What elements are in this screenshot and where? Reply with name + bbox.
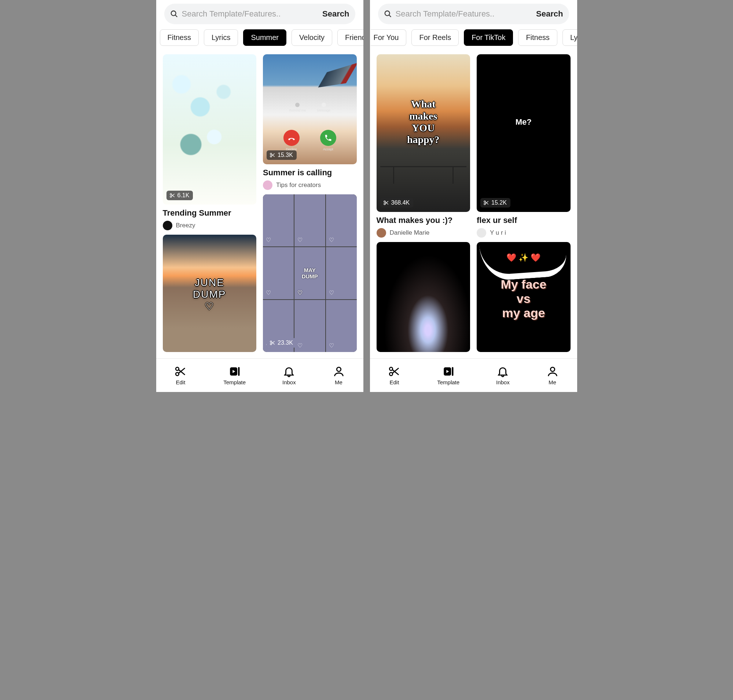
overlay-text: MAY DUMP: [302, 267, 318, 279]
nav-template[interactable]: Template: [437, 365, 459, 385]
scissors-icon: [483, 200, 489, 206]
chip-friends[interactable]: Friends: [337, 29, 364, 46]
nav-label: Template: [437, 379, 459, 385]
nav-label: Edit: [176, 379, 185, 385]
heart-icon: ♡: [266, 237, 271, 244]
template-thumbnail[interactable]: ❤️ ✨ ❤️ My face vs my age: [477, 242, 571, 352]
overlay-text: What makes YOU happy?: [377, 98, 471, 146]
nav-label: Template: [223, 379, 246, 385]
template-thumbnail[interactable]: 6.1K: [163, 54, 257, 204]
avatar: [377, 228, 386, 238]
template-title: Trending Summer: [163, 208, 257, 218]
category-chips[interactable]: Fitness Lyrics Summer Velocity Friends: [156, 28, 364, 51]
template-feed[interactable]: 6.1K Trending Summer Breezy JUNE DUMP♡: [156, 51, 364, 358]
hearts-emoji: ❤️ ✨ ❤️: [477, 253, 571, 263]
nav-edit[interactable]: Edit: [388, 365, 400, 385]
chip-fitness[interactable]: Fitness: [160, 29, 199, 46]
search-input[interactable]: [182, 9, 318, 19]
nav-inbox[interactable]: Inbox: [496, 365, 510, 385]
author-row[interactable]: Y u r i: [477, 228, 571, 238]
search-bar[interactable]: Search: [378, 4, 569, 24]
avatar: [263, 180, 272, 190]
heart-icon: ♡: [266, 289, 271, 296]
template-icon: [228, 365, 241, 378]
decline-icon: [283, 130, 300, 146]
author-row[interactable]: Tips for creators: [263, 180, 357, 190]
nav-label: Edit: [389, 379, 399, 385]
heart-icon: ♡: [329, 342, 334, 349]
overlay-text: Me?: [477, 117, 571, 126]
author-row[interactable]: Breezy: [163, 221, 257, 230]
nav-me[interactable]: Me: [333, 365, 345, 385]
search-icon: [384, 10, 392, 18]
template-card[interactable]: ♡ ♡ ♡ ♡ MAY DUMP♡ ♡ ♡ ♡ ♡ 23.3K: [263, 194, 357, 352]
template-thumbnail[interactable]: Me? 15.2K: [477, 54, 571, 212]
screen-right: Search For You For Reels For TikTok Fitn…: [370, 0, 577, 392]
template-card[interactable]: 6.1K Trending Summer Breezy: [163, 54, 257, 230]
template-title: What makes you :)?: [377, 216, 471, 225]
call-top-row: Remind me Message: [263, 103, 357, 112]
call-overlay: Decline Accept: [263, 130, 357, 151]
template-card[interactable]: What makes YOU happy? 368.4K What makes …: [377, 54, 471, 238]
heart-icon: ♡: [297, 237, 303, 244]
category-chips[interactable]: For You For Reels For TikTok Fitness Lyr…: [370, 28, 577, 51]
nav-template[interactable]: Template: [223, 365, 246, 385]
heart-icon: ♡: [297, 289, 303, 296]
search-button[interactable]: Search: [322, 9, 349, 19]
chip-lyrics[interactable]: Lyrics: [204, 29, 238, 46]
author-name: Tips for creators: [276, 181, 321, 189]
nav-inbox[interactable]: Inbox: [283, 365, 296, 385]
template-thumbnail[interactable]: ♡ ♡ ♡ ♡ MAY DUMP♡ ♡ ♡ ♡ ♡ 23.3K: [263, 194, 357, 352]
scissors-icon: [169, 193, 175, 199]
svg-line-1: [175, 15, 177, 17]
template-icon: [442, 365, 455, 378]
heart-icon: ♡: [297, 342, 303, 349]
chip-for-you[interactable]: For You: [371, 29, 407, 46]
template-card[interactable]: JUNE DUMP♡: [163, 235, 257, 352]
chip-summer[interactable]: Summer: [243, 29, 286, 46]
bottom-nav: Edit Template Inbox Me: [370, 358, 577, 392]
search-icon: [170, 10, 178, 18]
usage-badge: 368.4K: [380, 198, 414, 207]
overlay-text: JUNE DUMP♡: [163, 277, 257, 312]
svg-point-22: [385, 11, 389, 16]
scissors-icon: [383, 200, 389, 206]
chip-for-tiktok[interactable]: For TikTok: [464, 29, 513, 46]
scissors-icon: [174, 365, 187, 378]
template-thumbnail[interactable]: [377, 242, 471, 352]
nav-label: Me: [335, 379, 343, 385]
template-thumbnail[interactable]: JUNE DUMP♡: [163, 235, 257, 352]
scissors-icon: [269, 152, 275, 158]
person-icon: [333, 365, 345, 378]
template-thumbnail[interactable]: Remind me Message Decline: [263, 54, 357, 164]
template-thumbnail[interactable]: What makes YOU happy? 368.4K: [377, 54, 471, 212]
template-card[interactable]: ❤️ ✨ ❤️ My face vs my age: [477, 242, 571, 352]
person-icon: [546, 365, 559, 378]
chip-fitness[interactable]: Fitness: [518, 29, 557, 46]
template-title: Summer is calling: [263, 168, 357, 178]
usage-count: 15.2K: [492, 200, 507, 206]
usage-count: 368.4K: [391, 200, 410, 206]
bottom-nav: Edit Template Inbox Me: [156, 358, 364, 392]
template-card[interactable]: Me? 15.2K flex ur self Y u r i: [477, 54, 571, 238]
chip-lyrics[interactable]: Lyrics: [562, 29, 577, 46]
nav-me[interactable]: Me: [546, 365, 559, 385]
search-button[interactable]: Search: [536, 9, 563, 19]
author-name: Breezy: [176, 222, 196, 229]
search-bar[interactable]: Search: [164, 4, 355, 24]
template-feed[interactable]: What makes YOU happy? 368.4K What makes …: [370, 51, 577, 358]
usage-badge: 15.3K: [266, 150, 297, 160]
usage-badge: 23.3K: [266, 338, 297, 348]
author-row[interactable]: Danielle Marie: [377, 228, 471, 238]
bell-icon: [496, 365, 509, 378]
svg-point-39: [550, 368, 555, 371]
chip-velocity[interactable]: Velocity: [291, 29, 332, 46]
usage-count: 6.1K: [178, 192, 190, 199]
chip-for-reels[interactable]: For Reels: [411, 29, 459, 46]
template-card[interactable]: Remind me Message Decline: [263, 54, 357, 190]
search-input[interactable]: [396, 9, 532, 19]
template-card[interactable]: [377, 242, 471, 352]
template-title: flex ur self: [477, 216, 571, 225]
scissors-icon: [269, 340, 275, 346]
nav-edit[interactable]: Edit: [174, 365, 187, 385]
